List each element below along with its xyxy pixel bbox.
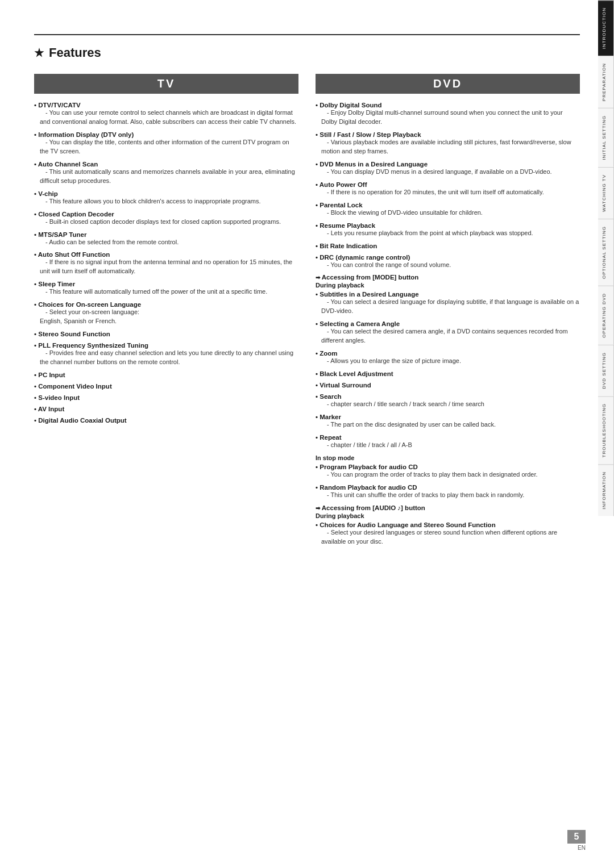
tv-item-auto-channel-title: Auto Channel Scan: [34, 161, 98, 168]
dvd-item-auto-power: Auto Power Off If there is no operation …: [316, 181, 580, 197]
tv-item-sleep-timer-title: Sleep Timer: [34, 281, 75, 287]
dvd-item-random-playback-title: Random Playback for audio CD: [316, 484, 417, 491]
top-divider: [34, 34, 580, 35]
stop-mode-section: In stop mode Program Playback for audio …: [316, 454, 580, 500]
tv-item-pll-title: PLL Frequency Synthesized Tuning: [34, 342, 148, 349]
page-number-area: 5 EN: [567, 830, 586, 851]
dvd-item-marker-title: Marker: [316, 414, 341, 420]
dvd-item-random-playback: Random Playback for audio CD This unit c…: [316, 484, 580, 500]
dvd-item-auto-power-title: Auto Power Off: [316, 181, 367, 188]
audio-button-section: Accessing from [AUDIO ♪] button During p…: [316, 504, 580, 546]
dvd-item-dolby: Dolby Digital Sound Enjoy Dolby Digital …: [316, 102, 580, 127]
dvd-item-repeat-title: Repeat: [316, 434, 342, 441]
tab-information[interactable]: INFORMATION: [598, 464, 614, 516]
tv-item-digital-audio-title: Digital Audio Coaxial Output: [34, 417, 127, 424]
mode-during-playback: During playback: [316, 282, 580, 289]
tv-item-dtv-body: You can use your remote control to selec…: [40, 108, 298, 127]
tv-item-stereo-title: Stereo Sound Function: [34, 331, 110, 337]
in-stop-mode-label: In stop mode: [316, 454, 580, 461]
dvd-item-zoom: Zoom Allows you to enlarge the size of p…: [316, 350, 580, 366]
tab-initial-setting[interactable]: INITIAL SETTING: [598, 108, 614, 167]
tv-item-onscreen-lang: Choices for On-screen Language Select yo…: [34, 301, 298, 326]
tv-item-svideo: S-video Input: [34, 394, 298, 401]
dvd-item-program-playback: Program Playback for audio CD You can pr…: [316, 464, 580, 479]
tv-item-vchip: V-chip This feature allows you to block …: [34, 190, 298, 206]
right-tab-strip: INTRODUCTION PREPARATION INITIAL SETTING…: [598, 0, 614, 868]
features-heading: Features: [34, 45, 580, 60]
tv-item-info-display: Information Display (DTV only) You can d…: [34, 131, 298, 156]
tab-watching-tv[interactable]: WATCHING TV: [598, 167, 614, 219]
tv-item-sleep-timer: Sleep Timer This feature will automatica…: [34, 281, 298, 297]
dvd-item-search-title: Search: [316, 393, 342, 400]
content-columns: TV DTV/TV/CATV You can use your remote c…: [34, 74, 580, 551]
dvd-item-audio-lang: Choices for Audio Language and Stereo So…: [316, 521, 580, 546]
tab-preparation[interactable]: PREPARATION: [598, 56, 614, 108]
tab-introduction[interactable]: INTRODUCTION: [598, 0, 614, 56]
tv-item-auto-shutoff: Auto Shut Off Function If there is no si…: [34, 251, 298, 276]
page-container: INTRODUCTION PREPARATION INITIAL SETTING…: [0, 0, 614, 868]
dvd-item-resume: Resume Playback Lets you resume playback…: [316, 222, 580, 238]
audio-during-playback: During playback: [316, 512, 580, 519]
dvd-item-subtitles-title: Subtitles in a Desired Language: [316, 291, 419, 298]
tab-optional-setting[interactable]: OPTIONAL SETTING: [598, 219, 614, 286]
dvd-header: DVD: [316, 74, 580, 94]
tv-item-info-display-title: Information Display (DTV only): [34, 131, 134, 138]
dvd-item-camera-angle: Selecting a Camera Angle You can select …: [316, 320, 580, 345]
tv-item-mts-title: MTS/SAP Tuner: [34, 231, 86, 238]
dvd-item-parental-title: Parental Lock: [316, 202, 363, 208]
tv-item-av-title: AV Input: [34, 406, 64, 412]
dvd-item-drc-title: DRC (dynamic range control): [316, 254, 410, 261]
tv-item-vchip-title: V-chip: [34, 190, 58, 197]
tv-item-component-title: Component Video Input: [34, 383, 112, 390]
dvd-item-virtual-surround-title: Virtual Surround: [316, 382, 371, 389]
dvd-item-black-level: Black Level Adjustment: [316, 370, 580, 377]
dvd-item-black-level-title: Black Level Adjustment: [316, 370, 393, 377]
tv-item-closed-caption-title: Closed Caption Decoder: [34, 211, 114, 218]
dvd-item-zoom-title: Zoom: [316, 350, 338, 357]
dvd-item-dolby-title: Dolby Digital Sound: [316, 102, 381, 108]
tv-item-dtv-title: DTV/TV/CATV: [34, 102, 81, 108]
page-number: 5: [567, 830, 586, 844]
tv-item-av: AV Input: [34, 406, 298, 412]
dvd-column: DVD Dolby Digital Sound Enjoy Dolby Digi…: [316, 74, 580, 551]
dvd-item-bitrate: Bit Rate Indication: [316, 243, 580, 249]
dvd-item-menus-lang: DVD Menus in a Desired Language You can …: [316, 161, 580, 177]
tv-item-auto-channel: Auto Channel Scan This unit automaticall…: [34, 161, 298, 186]
tv-header: TV: [34, 74, 298, 94]
tab-troubleshooting[interactable]: TROUBLESHOOTING: [598, 396, 614, 464]
tv-item-dtv: DTV/TV/CATV You can use your remote cont…: [34, 102, 298, 127]
tv-item-component: Component Video Input: [34, 383, 298, 390]
dvd-item-menus-lang-title: DVD Menus in a Desired Language: [316, 161, 428, 168]
tv-item-stereo: Stereo Sound Function: [34, 331, 298, 337]
tv-item-pc-input-title: PC Input: [34, 372, 65, 378]
dvd-item-marker: Marker The part on the disc designated b…: [316, 414, 580, 429]
dvd-item-playback-modes: Still / Fast / Slow / Step Playback Vari…: [316, 131, 580, 156]
tv-item-onscreen-lang-title: Choices for On-screen Language: [34, 301, 141, 308]
dvd-item-bitrate-title: Bit Rate Indication: [316, 243, 377, 249]
dvd-item-camera-angle-title: Selecting a Camera Angle: [316, 320, 400, 327]
tv-item-svideo-title: S-video Input: [34, 394, 80, 401]
tab-operating-dvd[interactable]: OPERATING DVD: [598, 286, 614, 345]
dvd-item-resume-title: Resume Playback: [316, 222, 375, 229]
mode-button-heading: Accessing from [MODE] button: [316, 274, 580, 281]
dvd-item-drc: DRC (dynamic range control) You can cont…: [316, 254, 580, 270]
dvd-item-search: Search chapter search / title search / t…: [316, 393, 580, 409]
tv-item-digital-audio: Digital Audio Coaxial Output: [34, 417, 298, 424]
tv-item-auto-shutoff-title: Auto Shut Off Function: [34, 251, 110, 258]
dvd-item-repeat: Repeat chapter / title / track / all / A…: [316, 434, 580, 450]
dvd-item-audio-lang-title: Choices for Audio Language and Stereo So…: [316, 521, 496, 528]
tv-item-pc-input: PC Input: [34, 372, 298, 378]
mode-button-section: Accessing from [MODE] button During play…: [316, 274, 580, 450]
dvd-item-subtitles: Subtitles in a Desired Language You can …: [316, 291, 580, 316]
tab-dvd-setting[interactable]: DVD SETTING: [598, 345, 614, 396]
tv-item-mts: MTS/SAP Tuner Audio can be selected from…: [34, 231, 298, 247]
features-icon: [34, 48, 44, 58]
dvd-item-parental: Parental Lock Block the viewing of DVD-v…: [316, 202, 580, 218]
en-label: EN: [578, 845, 586, 851]
features-title: Features: [49, 45, 101, 60]
dvd-item-virtual-surround: Virtual Surround: [316, 382, 580, 389]
dvd-item-playback-modes-title: Still / Fast / Slow / Step Playback: [316, 131, 421, 138]
audio-button-heading: Accessing from [AUDIO ♪] button: [316, 504, 580, 511]
tv-item-pll: PLL Frequency Synthesized Tuning Provide…: [34, 342, 298, 367]
dvd-item-program-playback-title: Program Playback for audio CD: [316, 464, 418, 470]
